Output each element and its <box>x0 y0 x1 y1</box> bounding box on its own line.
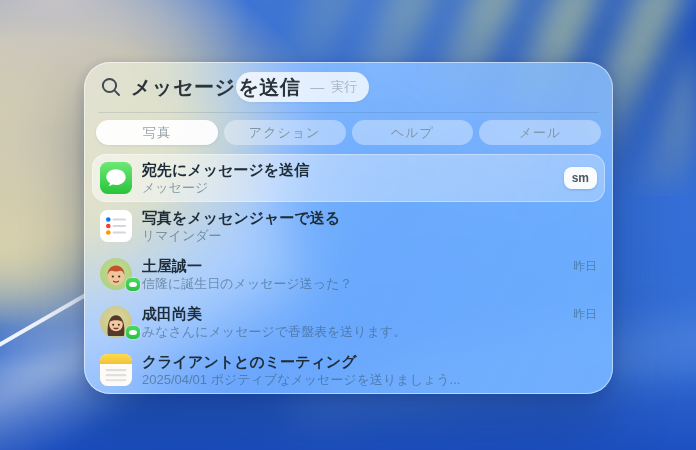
result-title: 写真をメッセンジャーで送る <box>142 209 597 226</box>
filter-chip-actions[interactable]: アクション <box>224 120 346 145</box>
notes-app-icon <box>100 354 132 386</box>
search-bar[interactable]: メッセージ を送信 — 実行 <box>84 62 613 112</box>
result-row-contact-2[interactable]: 成田尚美 みなさんにメッセージで香盤表を送ります。 昨日 <box>92 298 605 346</box>
result-title: クライアントとのミーティング <box>142 353 597 370</box>
result-title: 成田尚美 <box>142 305 573 322</box>
filter-chip-mail[interactable]: メール <box>479 120 601 145</box>
desktop: メッセージ を送信 — 実行 写真 アクション ヘルプ メール <box>0 0 696 450</box>
autocomplete-separator: — <box>310 79 324 95</box>
filter-chip-help[interactable]: ヘルプ <box>352 120 474 145</box>
message-presence-badge <box>126 326 140 339</box>
result-subtitle: 信隆に誕生日のメッセージ送った？ <box>142 276 573 291</box>
result-title: 宛先にメッセージを送信 <box>142 161 564 178</box>
autocomplete-completion: を送信 <box>238 74 300 101</box>
message-presence-badge <box>126 278 140 291</box>
messages-app-icon <box>100 162 132 194</box>
search-icon <box>100 76 122 98</box>
result-row-note[interactable]: クライアントとのミーティング 2025/04/01 ポジティブなメッセージを送り… <box>92 346 605 394</box>
result-timestamp: 昨日 <box>573 306 597 323</box>
result-subtitle: メッセージ <box>142 180 564 195</box>
results-list: 宛先にメッセージを送信 メッセージ sm 写真をメッセンジャーで送る <box>84 151 613 394</box>
result-row-send-message[interactable]: 宛先にメッセージを送信 メッセージ sm <box>92 154 605 202</box>
autocomplete-pill[interactable]: を送信 — 実行 <box>236 72 369 102</box>
search-input[interactable]: メッセージ <box>131 74 235 101</box>
result-subtitle: リマインダー <box>142 228 597 243</box>
filter-chip-row: 写真 アクション ヘルプ メール <box>84 113 613 151</box>
spotlight-panel: メッセージ を送信 — 実行 写真 アクション ヘルプ メール <box>84 62 613 394</box>
result-subtitle: みなさんにメッセージで香盤表を送ります。 <box>142 324 573 339</box>
result-timestamp: 昨日 <box>573 258 597 275</box>
result-title: 土屋誠一 <box>142 257 573 274</box>
result-row-contact-1[interactable]: 土屋誠一 信隆に誕生日のメッセージ送った？ 昨日 <box>92 250 605 298</box>
result-subtitle: 2025/04/01 ポジティブなメッセージを送りましょう... <box>142 372 597 387</box>
shortcut-badge: sm <box>564 167 597 189</box>
reminders-app-icon <box>100 210 132 242</box>
autocomplete-action-hint: 実行 <box>331 78 357 96</box>
filter-chip-photos[interactable]: 写真 <box>96 120 218 145</box>
result-row-reminder[interactable]: 写真をメッセンジャーで送る リマインダー <box>92 202 605 250</box>
